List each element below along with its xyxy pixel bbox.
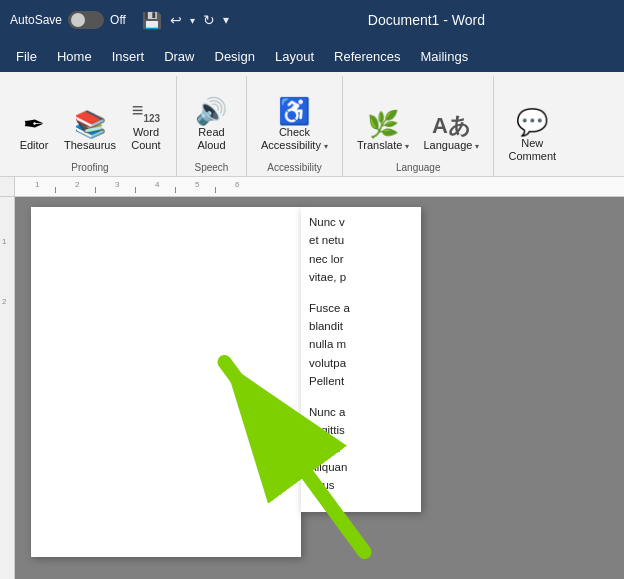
- read-aloud-label: ReadAloud: [197, 126, 225, 152]
- ruler-num-2: 2: [75, 180, 79, 189]
- menu-insert[interactable]: Insert: [102, 45, 155, 68]
- thesaurus-icon: 📚: [74, 111, 106, 137]
- menu-design[interactable]: Design: [205, 45, 265, 68]
- check-accessibility-button[interactable]: ♿ CheckAccessibility ▾: [255, 94, 334, 156]
- translate-button[interactable]: 🌿 Translate ▾: [351, 107, 416, 156]
- toggle-state-label: Off: [110, 13, 126, 27]
- ribbon-group-speech: 🔊 ReadAloud Speech: [177, 76, 247, 176]
- ruler-tick: [215, 187, 216, 193]
- ruler-num-1: 1: [35, 180, 39, 189]
- new-comment-button[interactable]: 💬 NewComment: [502, 105, 562, 167]
- undo-icon[interactable]: ↩: [170, 12, 182, 28]
- ribbon: ✒ Editor 📚 Thesaurus ≡123 WordCount Proo…: [0, 72, 624, 177]
- document-area: Nunc vet netunec lorvitae, p Fusce ablan…: [15, 197, 624, 579]
- thesaurus-button[interactable]: 📚 Thesaurus: [58, 107, 122, 156]
- ruler-tick: [95, 187, 96, 193]
- language-buttons: 🌿 Translate ▾ Aあ Language ▾: [351, 76, 486, 160]
- title-bar: AutoSave Off 💾 ↩ ▾ ↻ ▾ Document1 - Word: [0, 0, 624, 40]
- word-count-label: WordCount: [131, 126, 160, 152]
- text-paragraph-1: Nunc vet netunec lorvitae, p: [309, 213, 413, 287]
- text-paragraph-3: Nunc asagittisaugueAliquanratus: [309, 403, 413, 495]
- undo-dropdown-icon[interactable]: ▾: [190, 15, 195, 26]
- word-count-icon: ≡123: [132, 100, 160, 124]
- translate-icon: 🌿: [367, 111, 399, 137]
- accessibility-group-label: Accessibility: [267, 160, 321, 176]
- proofing-buttons: ✒ Editor 📚 Thesaurus ≡123 WordCount: [12, 76, 168, 160]
- ribbon-group-accessibility: ♿ CheckAccessibility ▾ Accessibility: [247, 76, 343, 176]
- toggle-knob: [71, 13, 85, 27]
- language-group-label: Language: [396, 160, 441, 176]
- ribbon-group-language: 🌿 Translate ▾ Aあ Language ▾ Language: [343, 76, 495, 176]
- menu-mailings[interactable]: Mailings: [411, 45, 479, 68]
- content-area: 1 2 Nunc vet netunec lorvitae, p Fusce a…: [0, 197, 624, 579]
- title-bar-icons: 💾 ↩ ▾ ↻ ▾: [142, 11, 229, 30]
- check-accessibility-label: CheckAccessibility ▾: [261, 126, 328, 152]
- ruler-side-left: [0, 177, 15, 196]
- menu-home[interactable]: Home: [47, 45, 102, 68]
- language-label: Language ▾: [423, 139, 479, 152]
- ruler-vert-2: 2: [2, 297, 6, 306]
- menu-draw[interactable]: Draw: [154, 45, 204, 68]
- menu-bar: File Home Insert Draw Design Layout Refe…: [0, 40, 624, 72]
- new-comment-icon: 💬: [516, 109, 548, 135]
- doc-title: Document1 - Word: [239, 12, 614, 28]
- autosave-label: AutoSave: [10, 13, 62, 27]
- thesaurus-label: Thesaurus: [64, 139, 116, 152]
- accessibility-buttons: ♿ CheckAccessibility ▾: [255, 76, 334, 160]
- new-comment-label: NewComment: [508, 137, 556, 163]
- proofing-group-label: Proofing: [71, 160, 108, 176]
- ruler-vert-1: 1: [2, 237, 6, 246]
- document-text-area: Nunc vet netunec lorvitae, p Fusce ablan…: [301, 207, 421, 512]
- read-aloud-button[interactable]: 🔊 ReadAloud: [189, 94, 233, 156]
- ruler-num-3: 3: [115, 180, 119, 189]
- comments-buttons: 💬 NewComment: [502, 76, 562, 171]
- read-aloud-icon: 🔊: [195, 98, 227, 124]
- editor-button[interactable]: ✒ Editor: [12, 107, 56, 156]
- ribbon-group-comments: 💬 NewComment: [494, 76, 570, 176]
- ruler-tick: [175, 187, 176, 193]
- check-accessibility-icon: ♿: [278, 98, 310, 124]
- ruler-tick: [135, 187, 136, 193]
- editor-icon: ✒: [23, 111, 45, 137]
- text-paragraph-2: Fusce ablanditnulla mvolutpaPellent: [309, 299, 413, 391]
- speech-buttons: 🔊 ReadAloud: [189, 76, 233, 160]
- ruler-num-6: 6: [235, 180, 239, 189]
- customize-qat-icon[interactable]: ▾: [223, 13, 229, 27]
- menu-file[interactable]: File: [6, 45, 47, 68]
- editor-label: Editor: [20, 139, 49, 152]
- menu-layout[interactable]: Layout: [265, 45, 324, 68]
- ruler-row: 1 2 3 4 5 6: [0, 177, 624, 197]
- ribbon-group-proofing: ✒ Editor 📚 Thesaurus ≡123 WordCount Proo…: [4, 76, 177, 176]
- left-ruler: 1 2: [0, 197, 15, 579]
- autosave-area: AutoSave Off: [10, 11, 126, 29]
- ruler-num-4: 4: [155, 180, 159, 189]
- translate-label: Translate ▾: [357, 139, 410, 152]
- ruler-num-5: 5: [195, 180, 199, 189]
- ruler-top: 1 2 3 4 5 6: [15, 177, 624, 196]
- word-count-button[interactable]: ≡123 WordCount: [124, 96, 168, 156]
- autosave-toggle[interactable]: [68, 11, 104, 29]
- speech-group-label: Speech: [195, 160, 229, 176]
- document-page: [31, 207, 301, 557]
- language-icon: Aあ: [432, 115, 471, 137]
- menu-references[interactable]: References: [324, 45, 410, 68]
- save-icon[interactable]: 💾: [142, 11, 162, 30]
- ruler-tick: [55, 187, 56, 193]
- language-button[interactable]: Aあ Language ▾: [417, 111, 485, 156]
- redo-icon[interactable]: ↻: [203, 12, 215, 28]
